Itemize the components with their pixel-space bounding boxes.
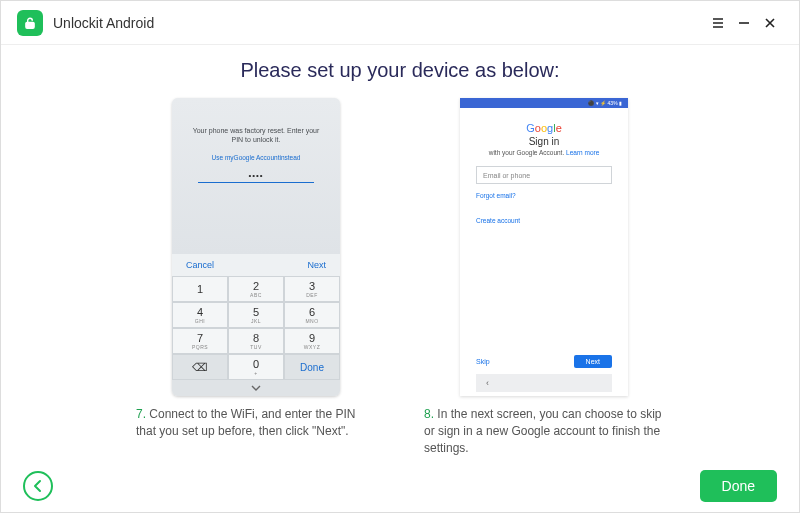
back-bar: ‹	[476, 374, 612, 392]
key-4: 4	[197, 306, 203, 318]
pin-message: Your phone was factory reset. Enter your…	[172, 126, 340, 144]
signin-subtitle: with your Google Account. Learn more	[476, 149, 612, 156]
key-1: 1	[197, 283, 203, 295]
app-title: Unlockit Android	[53, 15, 154, 31]
key-0: 0	[253, 358, 259, 370]
use-google-account-link: Use myGoogle Accountinstead	[212, 154, 301, 161]
key-7: 7	[197, 332, 203, 344]
pin-underline	[198, 182, 314, 183]
learn-more-link: Learn more	[566, 149, 599, 156]
minimize-icon[interactable]	[731, 10, 757, 36]
page-heading: Please set up your device as below:	[37, 59, 763, 82]
key-8: 8	[253, 332, 259, 344]
footer: Done	[1, 460, 799, 512]
main-content: Please set up your device as below: Your…	[1, 45, 799, 456]
app-icon	[17, 10, 43, 36]
pin-next: Next	[307, 260, 326, 270]
key-2: 2	[253, 280, 259, 292]
next-button-mock: Next	[574, 355, 612, 368]
forgot-email-link: Forgot email?	[476, 192, 612, 199]
key-9: 9	[309, 332, 315, 344]
key-backspace: ⌫	[192, 361, 208, 374]
step-7-caption: 7. Connect to the WiFi, and enter the PI…	[136, 406, 376, 440]
keypad: 1 2ABC 3DEF 4GHI 5JKL 6MNO 7PQRS 8TUV 9W…	[172, 276, 340, 380]
svg-point-1	[29, 24, 31, 26]
back-button[interactable]	[23, 471, 53, 501]
key-done: Done	[300, 362, 324, 373]
signin-title: Sign in	[476, 136, 612, 147]
titlebar: Unlockit Android	[1, 1, 799, 45]
key-3: 3	[309, 280, 315, 292]
pin-dots: ••••	[248, 171, 263, 180]
email-input: Email or phone	[476, 166, 612, 184]
pin-cancel: Cancel	[186, 260, 214, 270]
create-account-link: Create account	[476, 217, 612, 224]
phone-mock-pin: Your phone was factory reset. Enter your…	[172, 98, 340, 396]
status-bar: ⚫ ▾ ⚡ 43% ▮	[460, 98, 628, 108]
close-icon[interactable]	[757, 10, 783, 36]
done-button[interactable]: Done	[700, 470, 777, 502]
key-5: 5	[253, 306, 259, 318]
step-8-caption: 8. In the next screen, you can choose to…	[424, 406, 664, 456]
phone-mock-signin: ⚫ ▾ ⚡ 43% ▮ Google Sign in with your Goo…	[460, 98, 628, 396]
step-8-column: ⚫ ▾ ⚡ 43% ▮ Google Sign in with your Goo…	[424, 98, 664, 456]
chevron-down-icon	[172, 380, 340, 396]
key-6: 6	[309, 306, 315, 318]
skip-link: Skip	[476, 358, 490, 365]
step-7-column: Your phone was factory reset. Enter your…	[136, 98, 376, 456]
google-logo: Google	[476, 122, 612, 134]
menu-icon[interactable]	[705, 10, 731, 36]
